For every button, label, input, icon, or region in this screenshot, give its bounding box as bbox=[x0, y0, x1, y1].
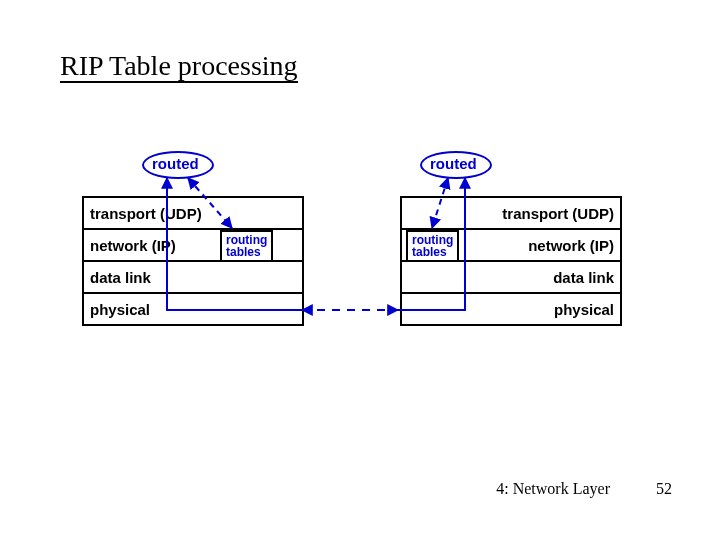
path-down-right bbox=[398, 178, 465, 310]
slide: RIP Table processing transport (UDP) net… bbox=[0, 0, 720, 540]
arrow-routed-to-tables-left bbox=[188, 178, 232, 228]
footer-chapter: 4: Network Layer bbox=[496, 480, 610, 498]
arrow-routed-to-tables-right bbox=[432, 178, 448, 228]
footer-page-number: 52 bbox=[656, 480, 672, 498]
connectors bbox=[0, 0, 720, 540]
path-down-left bbox=[167, 178, 302, 310]
